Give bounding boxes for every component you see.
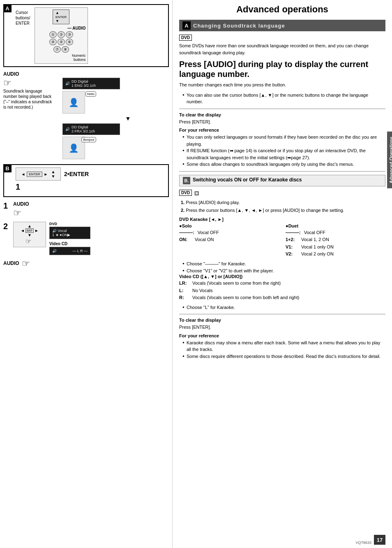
karaoke-bullets: Choose "———" for Karaoke. Choose "V1" or… [179, 260, 385, 274]
clear-display-heading-a: To clear the display [179, 112, 385, 117]
section-a-subtext: The number changes each time you press t… [179, 81, 385, 88]
section-b-header-text: Switching vocals ON or OFF for Karaoke d… [193, 177, 302, 183]
hand-icon-1: ☞ [3, 78, 54, 88]
step-1-num: 1 [3, 201, 10, 211]
num-btn-3: ③ [66, 31, 73, 38]
ref-bullet-a-2: If RESUME function (➡ page 14) is cancel… [182, 147, 385, 161]
vcd-section: Video CD ([▲, ▼] or [AUDIO]) LR: Vocals … [179, 274, 385, 302]
numeric-label-diagram: Numericbuttons [37, 53, 86, 62]
duet-row-4: V2: Vocal 2 only ON [286, 251, 385, 258]
section-b-diagram: B ◄ ENTER ► ▲▼ 2•ENTER 1 [3, 164, 169, 197]
cursor-label: Cursor buttons/ ENTER [16, 10, 30, 26]
step-b-1: 1. Press [AUDIO] during play. [181, 199, 385, 207]
dvd-badge-b: DVD [179, 190, 192, 196]
reference-heading-a: For your reference [179, 128, 385, 132]
enter-label-b: 2•ENTER [64, 171, 89, 177]
vcd-val-r: Vocals (Vocals seem to come from both le… [192, 294, 299, 302]
step-2-num: 2 [3, 222, 10, 231]
clear-display-heading-b: To clear the display [179, 318, 385, 323]
karaoke-bullet-1: Choose "———" for Karaoke. [182, 260, 385, 267]
solo-col: ●Solo ———: Vocal OFF ON: Vocal ON [179, 223, 279, 258]
duet-title: ●Duet [286, 223, 385, 228]
divider-3 [179, 314, 385, 314]
vcd-key-r: R: [179, 294, 189, 302]
cursor-labels: Cursor buttons/ ENTER [16, 9, 30, 64]
num-btn-5: ⑤ [58, 39, 65, 45]
duet-col: ●Duet ———: Vocal OFF 1+2: Vocal 1, 2 ON … [286, 223, 385, 258]
speaker-icon-2: 🔊 [65, 127, 70, 131]
solo-val-1: Vocal OFF [198, 229, 219, 237]
ref-bullet-a-3: Some discs allow changes to soundtrack l… [182, 161, 385, 168]
enter-button-diagram: ▲ENTER▼ [53, 9, 69, 24]
section-a-diagram: A Cursor buttons/ ENTER ▲ENTER▼ — AUDIO … [3, 4, 169, 67]
solo-title: ●Solo [179, 223, 279, 228]
karaoke-table-header: DVD Karaoke [◄, ►] [179, 217, 385, 222]
device-diagram-a: ▲ENTER▼ — AUDIO ① ② ③ ④ ⑤ ⑥ ⑦ [35, 7, 88, 64]
step-2-vcd-display: 🔊 — L R — [49, 247, 90, 255]
step-1-indicator: 1 [16, 182, 166, 192]
duet-row-2: 1+2: Vocal 1, 2 ON [286, 236, 385, 244]
step-b-2: 2. Press the cursor buttons [▲, ▼, ◄, ►]… [181, 207, 385, 214]
vcd-val-lr: Vocals (Vocals seem to come from the rig… [192, 280, 281, 287]
step-2-vcd-label: Video CD [49, 241, 90, 246]
ref-bullet-b-2: Some discs require different operations … [182, 353, 385, 360]
num-btn-6: ⑥ [66, 39, 73, 45]
duet-val-2: Vocal 1, 2 ON [301, 236, 329, 244]
duet-key-1: ———: [286, 229, 301, 237]
section-b-header: B. Switching vocals ON or OFF for Karaok… [179, 175, 385, 186]
num-btn-7: ⑦ [53, 46, 61, 53]
section-a-letter: A [182, 21, 191, 30]
page-number: 17 [374, 535, 385, 545]
side-tab: Advanced Operations [387, 132, 392, 188]
duet-val-1: Vocal OFF [304, 229, 325, 237]
steps-list-b: 1. Press [AUDIO] during play. 2. Press t… [179, 199, 385, 214]
vcd-header: Video CD ([▲, ▼] or [AUDIO]) [179, 274, 385, 279]
karaoke-table: DVD Karaoke [◄, ►] ●Solo ———: Vocal OFF … [179, 217, 385, 258]
divider-1 [179, 109, 385, 109]
step-2-enter: ENT [25, 228, 34, 233]
duet-val-3: Vocal 1 only ON [301, 244, 334, 251]
hand-icon-2: ☞ [13, 208, 27, 218]
vcd-bullets: Choose "L" for Karaoke. [179, 304, 385, 311]
section-a-header-text: Changing Soundtrack language [193, 23, 285, 29]
step-2-dvd-label: DVD [49, 222, 90, 226]
speech-bubble-1: Hello [85, 91, 96, 97]
section-a-bullets: You can also use the cursor buttons [▲, … [179, 92, 385, 105]
duet-row-1: ———: Vocal OFF [286, 229, 385, 237]
duet-key-4: V2: [286, 251, 298, 258]
vcd-key-lr: LR: [179, 280, 189, 287]
reference-bullets-a: You can only select languages or sound f… [179, 134, 385, 168]
lang-display-1: 🔊 DD Digital1 ENG 3/2.1ch [62, 78, 120, 89]
step-2-section: 2 ▲ ◄ ENT ► ▼ ☞ DVD 🔊 Vocal 1 ★ ● [3, 222, 169, 255]
ref-bullet-a-1: You can only select languages or sound f… [182, 134, 385, 147]
page-title: Advanced operations [179, 4, 385, 15]
duet-key-2: 1+2: [286, 236, 298, 244]
karaoke-bullet-2: Choose "V1" or "V2" to duet with the pla… [182, 267, 385, 274]
hand-icon-4: ☞ [22, 258, 30, 269]
main-heading: Press [AUDIO] during play to display the… [179, 59, 385, 79]
duet-row-3: V1: Vocal 1 only ON [286, 244, 385, 251]
vcd-row-lr: LR: Vocals (Vocals seem to come from the… [179, 280, 385, 287]
ref-bullet-b-1: Karaoke discs may show a menu after each… [182, 339, 385, 353]
vcd-key-l: L: [179, 287, 189, 295]
duet-key-3: V1: [286, 244, 298, 251]
b-device-diagram: ◄ ENTER ► ▲▼ [16, 167, 61, 181]
left-panel: A Cursor buttons/ ENTER ▲ENTER▼ — AUDIO … [0, 0, 173, 548]
divider-2 [179, 171, 385, 172]
step-1-section: 1 AUDIO ☞ [3, 201, 169, 218]
vcd-row-l: L: No Vocals [179, 287, 385, 295]
clear-display-text-b: Press [ENTER]. [179, 324, 385, 331]
audio-label-diagram: — AUDIO [37, 26, 86, 30]
solo-row-1: ———: Vocal OFF [179, 229, 279, 237]
section-a-header: A Changing Soundtrack language [179, 20, 385, 31]
vcd-bullet-1: Choose "L" for Karaoke. [182, 304, 385, 311]
b-enter-btn: ENTER [27, 172, 42, 177]
clear-display-text-a: Press [ENTER]. [179, 118, 385, 125]
audio-section-title: AUDIO [3, 71, 169, 77]
section-a-label: A [3, 4, 12, 12]
solo-row-2: ON: Vocal ON [179, 236, 279, 244]
step-2-audio-section: AUDIO ☞ [3, 258, 169, 269]
right-panel: Advanced operations A Changing Soundtrac… [173, 0, 392, 548]
hand-icon-3: ☞ [25, 237, 31, 245]
num-btn-4: ④ [49, 39, 57, 45]
